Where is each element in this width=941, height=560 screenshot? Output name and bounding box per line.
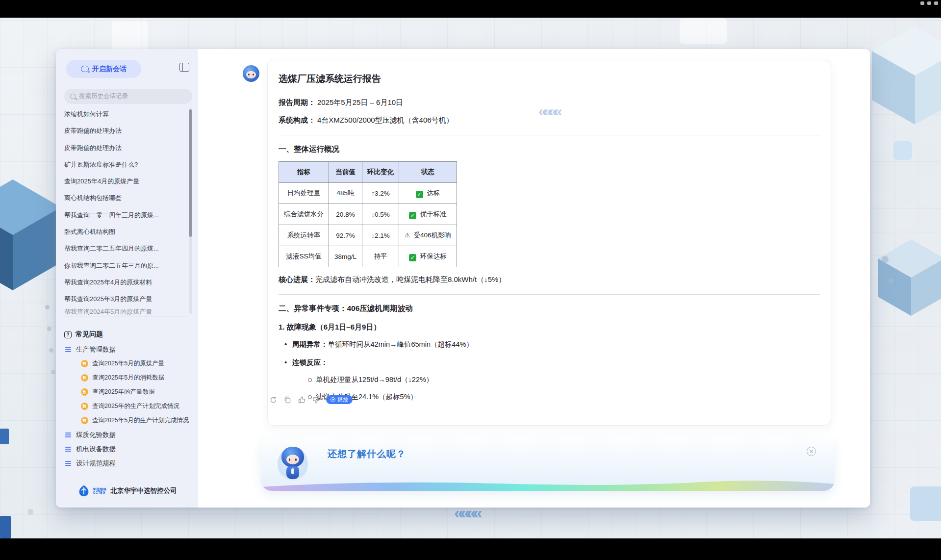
sidebar: 开启新会话 搜索历史会话记录 浓缩机如何计算皮带跑偏的处理办法皮带跑偏的处理办法… [56,49,198,508]
core-progress: 核心进展：完成滤布自动冲洗改造，吨煤泥电耗降至8.0kWh/t（↓5%） [279,275,820,284]
table-status-cell: ✓ 优于标准 [399,204,457,225]
letterbox-bottom [0,538,941,560]
play-icon [331,397,335,402]
background-square [680,18,727,44]
copy-icon[interactable] [283,396,292,404]
new-chat-button[interactable]: 开启新会话 [66,60,141,78]
background-square [0,516,11,538]
data-coin-icon: 数 [81,388,88,396]
faq-panel: ? 常见问题 生产管理数据数查询2025年5月的原煤产量数查询2025年5月的消… [64,327,191,470]
history-item[interactable]: 浓缩机如何计算 [64,106,188,123]
background-square [0,429,9,444]
table-status-cell: ⚠ 受406机影响 [399,225,457,246]
table-row: 系统运转率92.7%↓2.1%⚠ 受406机影响 [279,225,457,246]
followup-prompt-card[interactable]: 还想了解什么呢？ ✕ [261,437,835,491]
cube-decoration [872,26,941,125]
faq-question[interactable]: 数查询2025年的生产计划完成情况 [64,399,191,413]
faq-question[interactable]: 数查询2025年的产量数据 [64,385,191,399]
history-item[interactable]: 皮带跑偏的处理办法 [64,123,188,139]
assistant-avatar [243,65,259,82]
history-item[interactable]: 帮我查询二零二四年三月的原煤... [64,207,188,224]
data-coin-icon: 数 [81,360,88,367]
titlebar-mini-icons [920,1,938,5]
report-system: 系统构成：4台XMZ500/2000型压滤机（含406号机） [279,116,820,125]
history-item[interactable]: 卧式离心机结构图 [64,224,188,240]
search-history-input[interactable]: 搜索历史会话记录 [64,89,192,104]
table-header-cell: 指标 [279,162,329,183]
dot-decoration [51,370,55,374]
new-chat-icon [81,66,89,72]
bullet-cycle-anomaly: 周期异常：单循环时间从42min→峰值65min（超标44%） [292,340,820,349]
divider [279,294,820,295]
faq-section[interactable]: 煤质化验数据 [64,428,191,442]
bullet-chain-reaction: 连锁反应： 单机处理量从125t/d→98t/d（↓22%） 滤饼水分升至24.… [292,358,820,402]
section1-title: 一、整体运行概况 [279,144,820,154]
thumbs-down-icon[interactable] [312,396,320,404]
company-footer: 中国煤科 CCTEG 北京华宇中选智控公司 [56,476,198,497]
table-cell: 38mg/L [329,246,362,267]
check-icon: ✓ [416,191,423,198]
sub-bullet: 单机处理量从125t/d→98t/d（↓22%） [316,375,820,384]
faq-question[interactable]: 数查询2025年5月的消耗数据 [64,371,191,385]
faq-section[interactable]: 机电设备数据 [64,442,191,456]
faq-sections: 生产管理数据数查询2025年5月的原煤产量数查询2025年5月的消耗数据数查询2… [64,342,191,470]
report-title: 选煤厂压滤系统运行报告 [279,73,820,85]
sub-bullet: 滤饼水分升至24.1%（超标5%） [316,392,820,402]
history-item[interactable]: 查询2025年4月的原煤产量 [64,173,188,190]
table-cell: 系统运转率 [279,225,329,246]
faq-question-label: 查询2025年5月的消耗数据 [92,374,164,382]
company-name: 北京华宇中选智控公司 [111,486,177,495]
divider [279,135,820,135]
history-scrollbar-thumb[interactable] [189,109,192,237]
list-icon [65,347,71,348]
table-row: 日均处理量485吨↑3.2%✓ 达标 [279,183,457,204]
background-square [910,486,941,521]
table-cell: 92.7% [329,225,362,246]
cube-decoration [878,239,941,316]
report-period: 报告周期：2025年5月25日 – 6月10日 [279,98,820,107]
history-item[interactable]: 你帮我查询二零二五年三月的原... [64,257,188,274]
faq-section-label: 设计规范规程 [76,459,116,468]
dot-decoration [45,305,50,309]
collapse-sidebar-icon[interactable] [179,63,189,72]
faq-question[interactable]: 数查询2025年5月的生产计划完成情况 [64,413,191,428]
new-chat-label: 开启新会话 [92,65,127,74]
more-icon [934,1,938,5]
letterbox-top [0,0,941,18]
table-cell: 20.8% [329,204,362,225]
faq-question-label: 查询2025年的生产计划完成情况 [92,402,179,410]
faq-section[interactable]: 生产管理数据 [64,342,191,356]
faq-question-label: 查询2025年5月的原煤产量 [92,359,164,368]
history-item[interactable]: 矿井瓦斯浓度标准是什么? [64,156,188,173]
table-cell: 滤液SS均值 [279,246,329,267]
faq-section-label: 生产管理数据 [76,345,116,354]
table-header-row: 指标当前值环比变化状态 [279,162,457,183]
faq-section-label: 机电设备数据 [76,445,116,454]
history-item[interactable]: 帮我查询2024年5月的原煤产量 [64,308,188,317]
history-item[interactable]: 帮我查询二零二五年四月的原煤... [64,240,188,257]
data-coin-icon: 数 [81,374,88,382]
camera-icon [920,1,924,5]
history-list: 浓缩机如何计算皮带跑偏的处理办法皮带跑偏的处理办法矿井瓦斯浓度标准是什么?查询2… [64,106,188,332]
history-scrollbar-track[interactable] [189,108,192,314]
ccteg-logo-icon [77,485,90,497]
faq-question[interactable]: 数查询2025年5月的原煤产量 [64,356,191,371]
faq-header[interactable]: ? 常见问题 [64,327,191,342]
chain-sub-bullets: 单机处理量从125t/d→98t/d（↓22%） 滤饼水分升至24.1%（超标5… [292,375,820,402]
history-item[interactable]: 离心机结构包括哪些 [64,190,188,206]
table-status-cell: ✓ 环保达标 [399,246,457,267]
table-header-cell: 状态 [399,162,457,183]
close-icon[interactable]: ✕ [807,447,816,456]
play-button[interactable]: 播放 [326,395,353,404]
history-item[interactable]: 帮我查询2025年3月的原煤产量 [64,291,188,307]
history-item[interactable]: 皮带跑偏的处理办法 [64,140,188,156]
rainbow-wave-decoration [261,477,835,491]
ccteg-brand-text: 中国煤科 CCTEG [93,487,107,494]
regenerate-icon[interactable] [269,396,278,404]
check-icon: ✓ [409,212,416,219]
faq-section[interactable]: 设计规范规程 [64,456,191,470]
subsection-title: 1. 故障现象（6月1日–6月9日） [279,323,820,332]
thumbs-up-icon[interactable] [298,396,306,404]
history-item[interactable]: 帮我查询2025年4月的原煤材料 [64,274,188,291]
message-actions: 播放 [269,395,353,404]
